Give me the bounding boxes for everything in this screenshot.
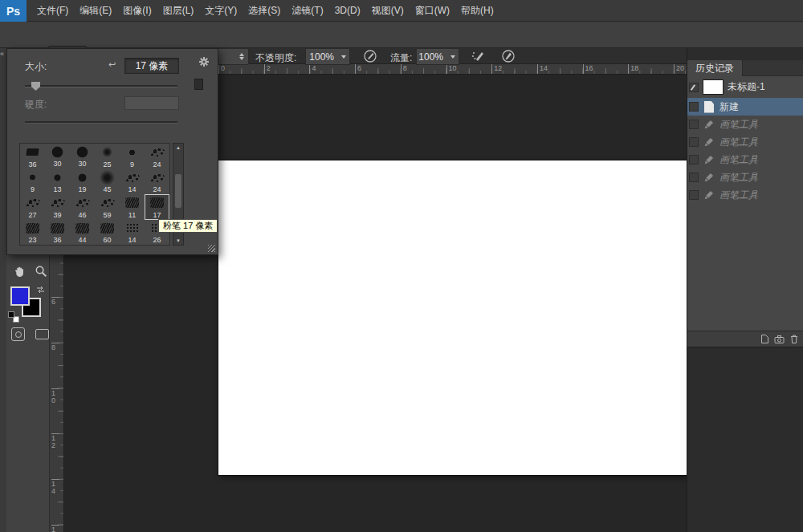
brush-size-label: 23 — [28, 237, 36, 244]
menu-item[interactable]: 图层(L) — [157, 0, 200, 21]
brush-preset[interactable]: 19 — [70, 169, 95, 195]
ruler-label: 10 — [446, 64, 457, 75]
history-source-well[interactable] — [689, 137, 699, 147]
size-input[interactable]: 17 像素 — [124, 58, 179, 74]
brush-size-label: 36 — [28, 161, 36, 169]
default-colors-icon[interactable] — [8, 311, 19, 323]
opacity-dropdown-arrow[interactable] — [338, 48, 350, 65]
brush-preset[interactable]: 44 — [70, 220, 95, 246]
history-entry[interactable]: 新建 — [687, 98, 803, 116]
swap-colors-icon[interactable] — [35, 282, 46, 297]
menu-item[interactable]: 3D(D) — [329, 0, 366, 21]
collapse-panels-icon[interactable]: « — [0, 50, 3, 58]
brush-preset[interactable]: 39 — [45, 194, 70, 220]
brush-preset[interactable]: 9 — [120, 144, 145, 169]
history-snapshot-row[interactable]: 未标题-1 — [687, 76, 803, 98]
gear-icon[interactable] — [198, 56, 210, 71]
new-document-from-state-icon[interactable] — [760, 334, 769, 344]
brush-thumbnail — [30, 174, 36, 181]
pressure-opacity-icon[interactable] — [361, 47, 379, 65]
brush-preset[interactable]: 23 — [20, 220, 45, 246]
menu-item[interactable]: 帮助(H) — [455, 0, 499, 21]
menu-item[interactable]: 文字(Y) — [199, 0, 243, 21]
slider-thumb[interactable] — [31, 82, 40, 91]
brush-size-label: 30 — [78, 160, 86, 168]
brush-thumbnail — [125, 197, 139, 208]
ruler-label: 0 — [218, 64, 225, 75]
history-source-well[interactable] — [689, 155, 699, 164]
foreground-color-swatch[interactable] — [10, 286, 30, 306]
tab-history[interactable]: 历史记录 — [687, 60, 743, 76]
brush-thumbnail — [126, 223, 139, 234]
brush-preset[interactable]: 24 — [145, 169, 169, 195]
menu-item[interactable]: 图像(I) — [117, 0, 157, 21]
history-panel-body: 未标题-1 新建画笔工具画笔工具画笔工具画笔工具画笔工具 — [687, 76, 803, 331]
brush-size-label: 14 — [128, 186, 136, 193]
brush-preset[interactable]: 25 — [95, 144, 120, 169]
photoshop-window: Ps 文件(F)编辑(E)图像(I)图层(L)文字(Y)选择(S)滤镜(T)3D… — [0, 0, 803, 532]
brush-preset[interactable]: 36 — [45, 220, 70, 246]
brush-preset[interactable]: 59 — [95, 194, 120, 220]
opacity-input[interactable]: 100% — [305, 48, 339, 65]
flow-input[interactable]: 100% — [416, 48, 448, 65]
brush-thumbnail — [124, 172, 141, 184]
menu-item[interactable]: 编辑(E) — [74, 0, 117, 21]
history-entry[interactable]: 画笔工具 — [687, 169, 803, 186]
brush-preset[interactable]: 17 — [145, 194, 169, 220]
resize-grip[interactable] — [208, 245, 215, 252]
brush-preset[interactable]: 14 — [120, 220, 145, 246]
ruler-label: 1 6 — [51, 525, 59, 532]
brush-preset[interactable]: 11 — [120, 194, 145, 220]
ruler-label: 1 0 — [51, 388, 59, 404]
scroll-up-arrow[interactable]: ▲ — [173, 145, 183, 150]
screen-mode-button[interactable] — [35, 329, 49, 339]
brush-preset[interactable]: 46 — [70, 194, 95, 220]
brush-preset[interactable]: 9 — [20, 169, 45, 195]
brush-preset[interactable]: 30 — [45, 144, 70, 169]
brush-thumbnail — [75, 223, 89, 234]
restore-size-icon[interactable]: ↩ — [108, 59, 116, 70]
flow-dropdown-arrow[interactable] — [447, 48, 459, 65]
scroll-down-arrow[interactable]: ▼ — [173, 238, 183, 243]
pressure-size-icon[interactable] — [499, 47, 517, 65]
brush-size-label: 19 — [78, 186, 86, 193]
brush-preset[interactable]: 45 — [95, 169, 120, 195]
brush-preset[interactable]: 14 — [120, 169, 145, 195]
opacity-value: 100% — [309, 51, 334, 63]
brush-preset[interactable]: 24 — [145, 144, 169, 169]
menu-item[interactable]: 文件(F) — [31, 0, 74, 21]
brush-preset[interactable]: 30 — [70, 144, 95, 169]
create-new-brush-icon[interactable] — [194, 79, 203, 90]
menu-item[interactable]: 视图(V) — [366, 0, 410, 21]
history-entry[interactable]: 画笔工具 — [687, 151, 803, 169]
app-logo: Ps — [0, 0, 26, 22]
quick-mask-button[interactable] — [11, 327, 25, 341]
history-source-well[interactable] — [689, 83, 699, 92]
brush-thumbnail — [50, 197, 66, 209]
scrollbar-thumb[interactable] — [175, 174, 181, 208]
brush-preset[interactable]: 13 — [45, 169, 70, 195]
history-source-well[interactable] — [689, 102, 699, 112]
hand-tool-button[interactable] — [11, 263, 27, 279]
airbrush-icon[interactable] — [469, 47, 487, 65]
size-slider[interactable] — [25, 85, 177, 87]
history-source-well[interactable] — [689, 190, 699, 200]
delete-state-icon[interactable] — [789, 334, 799, 344]
history-entry[interactable]: 画笔工具 — [687, 116, 803, 133]
canvas[interactable] — [218, 160, 687, 475]
brush-preset[interactable]: 36 — [20, 144, 45, 169]
menu-item[interactable]: 窗口(W) — [410, 0, 455, 21]
brush-thumbnail — [100, 170, 115, 185]
history-entry[interactable]: 画笔工具 — [687, 133, 803, 151]
brush-thumbnail — [25, 197, 41, 209]
history-source-well[interactable] — [689, 173, 699, 182]
zoom-tool-button[interactable] — [33, 263, 49, 279]
brush-preset[interactable]: 60 — [95, 220, 120, 246]
menu-item[interactable]: 滤镜(T) — [286, 0, 328, 21]
brush-thumbnail — [102, 147, 112, 157]
menu-item[interactable]: 选择(S) — [243, 0, 286, 21]
history-entry[interactable]: 画笔工具 — [687, 186, 803, 204]
brush-preset[interactable]: 27 — [20, 194, 45, 220]
new-snapshot-icon[interactable] — [774, 335, 785, 344]
history-source-well[interactable] — [689, 120, 699, 129]
